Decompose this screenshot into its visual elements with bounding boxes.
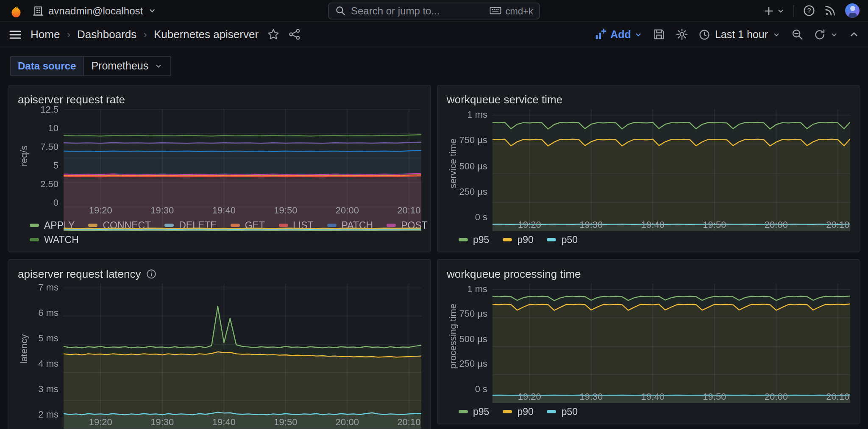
- chart-legend: p95p90p50: [459, 232, 850, 246]
- keyboard-icon: [490, 5, 502, 16]
- time-range-picker[interactable]: Last 1 hour: [699, 28, 781, 40]
- collapse-controls-icon[interactable]: [849, 29, 860, 40]
- refresh-button[interactable]: [814, 28, 838, 40]
- legend-item-p90[interactable]: p90: [503, 406, 533, 416]
- favorite-star-icon[interactable]: [267, 28, 280, 41]
- legend-swatch-icon: [547, 410, 556, 413]
- datasource-picker[interactable]: Prometheus: [83, 56, 171, 76]
- legend-item-p50[interactable]: p50: [547, 234, 578, 244]
- y-tick-label: 3 ms: [38, 384, 58, 394]
- grafana-app: avnadmin@localhost cmd+k: [0, 0, 868, 429]
- news-rss-icon[interactable]: [824, 4, 837, 17]
- panel-header[interactable]: apiserver request latency: [18, 265, 421, 282]
- legend-swatch-icon: [503, 410, 512, 413]
- chart-plot-area[interactable]: [492, 109, 850, 217]
- legend-label: WATCH: [44, 234, 79, 244]
- breadcrumb: Home Dashboards Kubernetes apiserver: [31, 28, 259, 41]
- clock-icon: [699, 28, 711, 40]
- avatar-body: [848, 13, 857, 18]
- x-tick-label: 19:20: [89, 417, 112, 427]
- legend-swatch-icon: [30, 223, 39, 227]
- series-DELETE: [64, 229, 421, 230]
- grid-column-right: workqueue service time service time 0 s2…: [437, 85, 860, 429]
- x-tick-label: 19:50: [274, 205, 297, 215]
- series-CONNECT: [64, 228, 421, 229]
- panel-apiserver-request-latency[interactable]: apiserver request latency latency 2 ms3 …: [8, 259, 431, 429]
- panel-workqueue-service-time[interactable]: workqueue service time service time 0 s2…: [437, 85, 860, 252]
- zoom-out-icon[interactable]: [791, 28, 804, 41]
- chart-canvas[interactable]: [492, 109, 850, 231]
- chart-canvas[interactable]: [64, 284, 421, 429]
- user-avatar[interactable]: [845, 3, 860, 18]
- chart-plot-area[interactable]: [492, 284, 850, 389]
- y-tick-label: 7 ms: [38, 282, 58, 293]
- x-tick-label: 19:40: [212, 205, 236, 215]
- x-tick-label: 19:30: [579, 219, 603, 230]
- legend-row: p95p90p50: [459, 404, 850, 418]
- info-icon[interactable]: [146, 268, 157, 279]
- y-axis: 0 s250 µs500 µs750 µs1 ms: [459, 284, 492, 389]
- breadcrumb-dashboards[interactable]: Dashboards: [60, 28, 136, 41]
- share-icon[interactable]: [288, 28, 301, 41]
- org-switcher[interactable]: avnadmin@localhost: [32, 5, 156, 17]
- y-tick-label: 12.5: [40, 104, 58, 114]
- y-axis: 0 s250 µs500 µs750 µs1 ms: [459, 109, 492, 217]
- toolbar-actions: Add Last 1 hour: [594, 28, 860, 41]
- legend-label: p95: [473, 406, 489, 416]
- panel-apiserver-request-rate[interactable]: apiserver request rate req/s 02.5057.501…: [8, 85, 431, 252]
- legend-item-watch[interactable]: WATCH: [30, 234, 79, 244]
- new-menu-button[interactable]: [763, 5, 785, 17]
- legend-item-p95[interactable]: p95: [459, 406, 489, 416]
- x-tick-label: 20:10: [397, 205, 420, 215]
- add-button[interactable]: Add: [594, 28, 643, 41]
- chart-plot-area[interactable]: [64, 284, 421, 414]
- chart-plot-area[interactable]: [64, 109, 421, 202]
- legend-label: p90: [517, 234, 533, 244]
- panel-header[interactable]: workqueue processing time: [447, 265, 850, 282]
- search-bar[interactable]: cmd+k: [328, 2, 540, 19]
- search-input[interactable]: [351, 5, 484, 17]
- panel-title: apiserver request rate: [18, 93, 125, 105]
- chart-area: latency 2 ms3 ms4 ms5 ms6 ms7 ms: [18, 284, 421, 414]
- panel-title: apiserver request latency: [18, 267, 141, 280]
- x-tick-label: 19:50: [703, 391, 726, 401]
- avatar-head: [850, 6, 855, 11]
- legend-swatch-icon: [547, 238, 556, 241]
- legend-item-p50[interactable]: p50: [547, 406, 578, 416]
- menu-toggle-icon[interactable]: [8, 28, 22, 41]
- panel-workqueue-processing-time[interactable]: workqueue processing time processing tim…: [437, 259, 860, 424]
- chart-canvas[interactable]: [492, 284, 850, 403]
- y-tick-label: 7.50: [40, 141, 58, 152]
- time-range-label: Last 1 hour: [715, 28, 768, 40]
- panel-title: workqueue processing time: [447, 267, 581, 280]
- panel-grid: apiserver request rate req/s 02.5057.501…: [8, 85, 860, 429]
- x-axis: 19:2019:3019:4019:5020:0020:10: [492, 217, 850, 230]
- chart-area: service time 0 s250 µs500 µs750 µs1 ms: [447, 109, 850, 217]
- breadcrumb-home[interactable]: Home: [31, 28, 60, 41]
- x-axis: 19:2019:3019:4019:5020:0020:10: [492, 389, 850, 402]
- datasource-value: Prometheus: [91, 60, 148, 72]
- y-tick-label: 5: [53, 160, 58, 170]
- panel-title: workqueue service time: [447, 93, 562, 105]
- legend-swatch-icon: [30, 238, 39, 241]
- chart-area: processing time 0 s250 µs500 µs750 µs1 m…: [447, 284, 850, 389]
- x-tick-label: 19:50: [274, 417, 297, 427]
- help-icon[interactable]: ?: [803, 4, 815, 17]
- y-axis: 02.5057.501012.5: [30, 109, 64, 202]
- x-tick-label: 20:10: [826, 219, 849, 230]
- dashboard-content: Data source Prometheus apiserver request…: [0, 47, 868, 429]
- legend-swatch-icon: [459, 238, 468, 241]
- chevron-down-icon: [830, 30, 838, 39]
- panel-header[interactable]: workqueue service time: [447, 91, 850, 108]
- legend-item-p90[interactable]: p90: [503, 234, 533, 244]
- legend-item-p95[interactable]: p95: [459, 234, 489, 244]
- y-tick-label: 0 s: [475, 384, 487, 394]
- panel-header[interactable]: apiserver request rate: [18, 91, 421, 108]
- save-dashboard-icon[interactable]: [653, 28, 666, 41]
- grafana-logo-icon[interactable]: [8, 3, 24, 18]
- dashboard-settings-icon[interactable]: [676, 28, 689, 41]
- y-tick-label: 2.50: [40, 179, 58, 189]
- y-axis-label-col: latency: [18, 284, 30, 414]
- x-tick-label: 19:40: [212, 417, 236, 427]
- y-axis-label-col: processing time: [447, 284, 459, 389]
